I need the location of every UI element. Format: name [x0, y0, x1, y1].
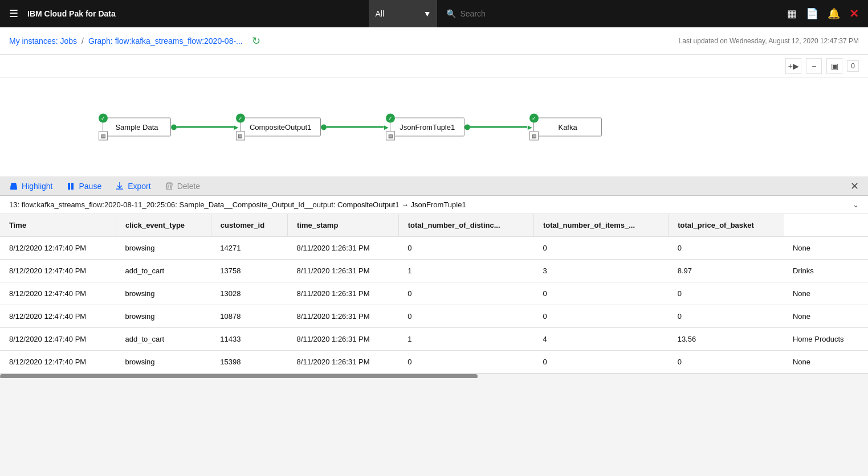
table-cell: 8.97: [669, 260, 784, 282]
node-label-1: Sample Data: [115, 123, 158, 132]
table-cell: 4: [533, 328, 668, 351]
status-dot-2: ✓: [236, 114, 245, 123]
table-cell: 3: [533, 260, 668, 282]
connector-2: ►: [321, 123, 390, 132]
close-icon[interactable]: ✕: [849, 7, 859, 20]
table-body: 8/12/2020 12:47:40 PMbrowsing142718/11/2…: [0, 237, 868, 374]
scrollbar-thumb[interactable]: [0, 374, 478, 378]
zoom-out-button[interactable]: −: [806, 58, 822, 74]
table-cell: 8/11/2020 1:26:31 PM: [288, 351, 399, 374]
data-table-container: Time click_event_type customer_id time_s…: [0, 214, 868, 374]
table-cell: add_to_cart: [116, 260, 211, 282]
highlight-label: Highlight: [22, 182, 52, 191]
action-bar: Highlight Pause Export Delete ✕: [0, 177, 868, 196]
notification-icon[interactable]: 🔔: [828, 7, 840, 20]
table-row: 8/12/2020 12:47:40 PMadd_to_cart137588/1…: [0, 260, 868, 282]
connector-line-2: [327, 126, 384, 128]
nav-icons: ▦ 📄 🔔 ✕: [787, 7, 859, 20]
flow-node-json-from-tuple[interactable]: ✓ JsonFromTuple1 ▤: [390, 118, 464, 137]
table-cell: 13028: [211, 282, 287, 305]
flow-node-sample-data[interactable]: ✓ Sample Data ▤: [103, 118, 171, 137]
table-row: 8/12/2020 12:47:40 PMbrowsing130288/11/2…: [0, 282, 868, 305]
connector-line-3: [470, 126, 527, 128]
col-header-total-price: total_price_of_basket: [669, 214, 784, 237]
node-label-4: Kafka: [558, 123, 577, 132]
connector-line-1: [177, 126, 234, 128]
col-header-total-items: total_number_of_items_...: [533, 214, 668, 237]
refresh-icon[interactable]: ↻: [252, 35, 260, 47]
data-label-row: 13: flow:kafka_streams_flow:2020-08-11_2…: [0, 196, 868, 214]
grid-icon[interactable]: ▦: [787, 7, 797, 20]
search-input[interactable]: [461, 9, 574, 18]
table-cell: 0: [398, 305, 533, 328]
close-action-button[interactable]: ✕: [850, 180, 859, 192]
node-icon-4: ▤: [529, 132, 539, 141]
node-icon-3: ▤: [386, 132, 395, 141]
zoom-in-button[interactable]: +▶: [785, 58, 801, 74]
delete-button[interactable]: Delete: [165, 182, 200, 191]
pause-label: Pause: [79, 182, 101, 191]
horizontal-scrollbar[interactable]: [0, 374, 868, 378]
fit-view-button[interactable]: ▣: [826, 58, 842, 74]
table-cell: 1: [398, 328, 533, 351]
table-cell: 0: [669, 305, 784, 328]
flow-container: ✓ Sample Data ▤ ► ✓ CompositeOutput1 ▤ ►…: [103, 118, 602, 137]
highlight-button[interactable]: Highlight: [9, 182, 52, 191]
table-cell: 0: [533, 237, 668, 260]
table-cell-basket: None: [784, 351, 868, 374]
breadcrumb-separator: /: [81, 36, 84, 46]
flow-node-kafka[interactable]: ✓ Kafka ▤: [533, 118, 602, 137]
status-dot-3: ✓: [386, 114, 395, 123]
table-cell: 0: [398, 351, 533, 374]
connector-3: ►: [464, 123, 533, 132]
pause-button[interactable]: Pause: [66, 182, 101, 191]
document-icon[interactable]: 📄: [806, 7, 818, 20]
table-cell-basket: None: [784, 282, 868, 305]
last-updated-text: Last updated on Wednesday, August 12, 20…: [679, 37, 859, 45]
table-cell: 15398: [211, 351, 287, 374]
table-cell: 14271: [211, 237, 287, 260]
nav-dropdown[interactable]: All ▼: [369, 0, 437, 27]
data-label-text: 13: flow:kafka_streams_flow:2020-08-11_2…: [9, 200, 466, 209]
table-cell: 0: [533, 305, 668, 328]
table-cell-basket: Drinks: [784, 260, 868, 282]
breadcrumb-parent[interactable]: My instances: Jobs: [9, 36, 77, 46]
expand-chevron-icon[interactable]: ⌄: [853, 200, 859, 209]
search-icon: 🔍: [446, 9, 456, 18]
table-cell: 13758: [211, 260, 287, 282]
table-cell: 8/12/2020 12:47:40 PM: [0, 351, 116, 374]
table-cell: 8/11/2020 1:26:31 PM: [288, 237, 399, 260]
table-cell: 8/12/2020 12:47:40 PM: [0, 305, 116, 328]
table-cell: 8/11/2020 1:26:31 PM: [288, 328, 399, 351]
table-cell: 13.56: [669, 328, 784, 351]
dropdown-label: All: [376, 9, 385, 18]
node-label-3: JsonFromTuple1: [400, 123, 455, 132]
breadcrumb-current: Graph: flow:kafka_streams_flow:2020-08-.…: [88, 36, 243, 46]
table-row: 8/12/2020 12:47:40 PMbrowsing108788/11/2…: [0, 305, 868, 328]
table-cell: 8/11/2020 1:26:31 PM: [288, 305, 399, 328]
table-cell: 8/11/2020 1:26:31 PM: [288, 282, 399, 305]
table-cell: 0: [533, 351, 668, 374]
table-cell: browsing: [116, 351, 211, 374]
connector-1: ►: [171, 123, 240, 132]
status-dot-4: ✓: [529, 114, 539, 123]
table-cell: 0: [398, 282, 533, 305]
node-icon-2: ▤: [236, 132, 245, 141]
export-icon: [115, 182, 124, 191]
node-label-2: CompositeOutput1: [250, 123, 311, 132]
connector-dot-out-3: [464, 124, 470, 130]
export-button[interactable]: Export: [115, 182, 150, 191]
table-row: 8/12/2020 12:47:40 PMadd_to_cart114338/1…: [0, 328, 868, 351]
table-cell: 0: [669, 237, 784, 260]
table-cell: 1: [398, 260, 533, 282]
pause-icon: [66, 182, 75, 191]
table-cell: 0: [533, 282, 668, 305]
app-title: IBM Cloud Pak for Data: [27, 9, 360, 18]
hamburger-icon[interactable]: ☰: [9, 7, 18, 20]
flow-node-composite-output[interactable]: ✓ CompositeOutput1 ▤: [240, 118, 321, 137]
svg-rect-2: [68, 183, 70, 190]
table-cell: 0: [669, 351, 784, 374]
svg-rect-3: [71, 183, 74, 190]
col-header-click-event: click_event_type: [116, 214, 211, 237]
svg-marker-1: [10, 183, 17, 187]
